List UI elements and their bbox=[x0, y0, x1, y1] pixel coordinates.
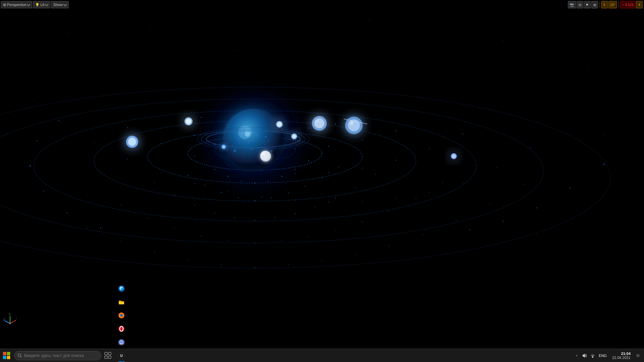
show-button[interactable]: Show bbox=[51, 1, 69, 8]
network-icon[interactable] bbox=[589, 352, 596, 359]
svg-line-173 bbox=[5, 321, 10, 323]
svg-point-24 bbox=[43, 191, 44, 192]
svg-point-106 bbox=[452, 154, 456, 158]
unreal-engine-app[interactable]: U bbox=[115, 349, 128, 362]
clock-date: 22.04.2021 bbox=[612, 356, 631, 360]
svg-point-157 bbox=[288, 193, 289, 194]
svg-point-23 bbox=[67, 213, 68, 214]
svg-point-132 bbox=[281, 240, 282, 241]
svg-point-133 bbox=[308, 236, 309, 237]
language-indicator[interactable]: ENG bbox=[597, 354, 608, 358]
svg-point-39 bbox=[161, 173, 161, 173]
svg-point-95 bbox=[277, 122, 282, 127]
scale-value-btn[interactable]: ↔ 0.125 bbox=[620, 1, 635, 8]
svg-rect-178 bbox=[3, 356, 6, 359]
svg-point-156 bbox=[271, 197, 272, 198]
snap-value-btn[interactable]: 5 bbox=[601, 1, 608, 8]
explorer-app[interactable] bbox=[115, 295, 128, 309]
svg-point-180 bbox=[18, 354, 21, 356]
svg-point-19 bbox=[536, 207, 537, 208]
svg-point-175 bbox=[9, 323, 11, 324]
svg-point-193 bbox=[120, 341, 123, 343]
svg-point-153 bbox=[221, 192, 222, 193]
light-icon: 💡 bbox=[35, 3, 39, 7]
perspective-label: Perspective bbox=[7, 3, 26, 7]
svg-point-3 bbox=[369, 20, 369, 20]
notification-icon bbox=[637, 353, 639, 358]
svg-point-110 bbox=[271, 150, 273, 152]
svg-point-53 bbox=[395, 130, 396, 131]
svg-point-108 bbox=[222, 145, 225, 148]
svg-point-38 bbox=[194, 183, 195, 184]
firefox-app[interactable] bbox=[115, 309, 128, 322]
volume-svg bbox=[582, 353, 587, 358]
camera-icon-btn[interactable]: 📷 bbox=[568, 1, 576, 8]
lit-button[interactable]: 💡 Lit bbox=[33, 1, 50, 8]
svg-rect-182 bbox=[105, 352, 107, 355]
angle-value-btn[interactable]: 10° bbox=[608, 1, 617, 8]
svg-point-41 bbox=[94, 142, 94, 142]
perspective-button[interactable]: ⊞ Perspective bbox=[1, 1, 32, 8]
svg-point-54 bbox=[362, 140, 363, 140]
svg-point-74 bbox=[265, 136, 266, 137]
opera-app[interactable] bbox=[115, 322, 128, 336]
start-button[interactable] bbox=[0, 349, 13, 362]
svg-point-43 bbox=[429, 148, 430, 149]
svg-point-33 bbox=[362, 201, 363, 201]
grid-icon: ⊞ bbox=[3, 3, 6, 7]
svg-point-72 bbox=[256, 134, 257, 135]
show-label: Show bbox=[53, 3, 63, 7]
svg-point-118 bbox=[288, 264, 289, 265]
svg-point-8 bbox=[100, 234, 101, 235]
chrome-app[interactable] bbox=[115, 336, 128, 349]
camera-icon: 📷 bbox=[570, 3, 574, 7]
camera-speed-label: 4 bbox=[638, 3, 640, 7]
svg-rect-183 bbox=[108, 352, 111, 355]
camera-speed-btn[interactable]: 4 bbox=[636, 1, 643, 8]
top-toolbar: ⊞ Perspective 💡 Lit Show 📷 ⊟ ⚑ ⊞ bbox=[0, 0, 644, 9]
svg-point-114 bbox=[187, 259, 189, 260]
flags-btn[interactable]: ⚑ bbox=[584, 1, 591, 8]
svg-point-121 bbox=[389, 246, 390, 247]
svg-point-142 bbox=[194, 205, 195, 205]
svg-rect-177 bbox=[7, 352, 10, 355]
search-box[interactable] bbox=[14, 351, 101, 360]
svg-point-29 bbox=[496, 167, 497, 168]
chrome-icon bbox=[118, 339, 125, 346]
grid-toggle-btn[interactable]: ⊞ bbox=[591, 1, 598, 8]
axis-widget: X Y Z bbox=[3, 313, 17, 330]
svg-text:X: X bbox=[16, 317, 17, 320]
svg-point-125 bbox=[523, 184, 524, 185]
svg-point-100 bbox=[315, 120, 319, 123]
svg-point-161 bbox=[255, 183, 256, 184]
svg-point-138 bbox=[442, 182, 443, 183]
svg-point-30 bbox=[463, 182, 464, 183]
svg-point-119 bbox=[322, 260, 323, 261]
task-view-icon bbox=[104, 352, 112, 359]
tray-hidden-icons[interactable]: ∧ bbox=[573, 352, 580, 359]
svg-point-40 bbox=[127, 159, 128, 160]
volume-icon[interactable] bbox=[581, 352, 588, 359]
svg-point-83 bbox=[245, 131, 250, 137]
svg-text:Y: Y bbox=[9, 313, 11, 316]
svg-point-151 bbox=[255, 200, 256, 201]
svg-point-148 bbox=[335, 198, 336, 199]
svg-point-20 bbox=[503, 221, 504, 222]
flags-icon: ⚑ bbox=[586, 3, 589, 7]
svg-point-21 bbox=[469, 229, 470, 230]
svg-point-137 bbox=[416, 198, 417, 199]
svg-point-51 bbox=[161, 143, 161, 144]
viewport-layout-btn[interactable]: ⊟ bbox=[577, 1, 583, 8]
svg-point-104 bbox=[350, 121, 354, 125]
folder-icon bbox=[118, 298, 125, 306]
clock[interactable]: 21:04 22.04.2021 bbox=[609, 352, 633, 360]
search-input[interactable] bbox=[24, 353, 98, 358]
svg-point-154 bbox=[204, 185, 205, 185]
svg-point-152 bbox=[238, 197, 238, 198]
svg-point-55 bbox=[328, 146, 329, 147]
svg-point-80 bbox=[239, 143, 240, 144]
svg-point-46 bbox=[328, 172, 329, 173]
edge-app[interactable] bbox=[115, 282, 128, 295]
task-view-button[interactable] bbox=[101, 349, 115, 362]
notification-center[interactable] bbox=[635, 352, 641, 359]
